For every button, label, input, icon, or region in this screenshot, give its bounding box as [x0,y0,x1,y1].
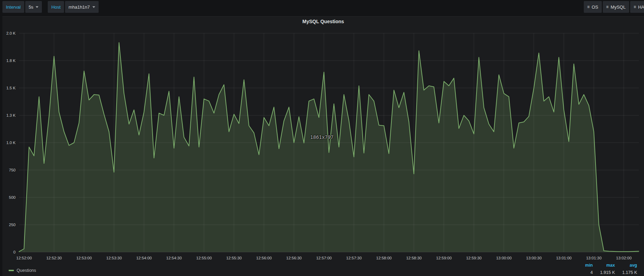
x-axis-tick-label: 13:01:30 [586,256,602,260]
host-dropdown[interactable]: mha1h1n7 [65,1,98,13]
interval-value: 5s [29,5,34,10]
legend-stats: min max avg 4 1.915 K 1.175 K [575,262,637,276]
y-axis-tick-label: 1.5 K [6,86,16,90]
nav-mysql-button[interactable]: ≡ MySQL [603,1,629,13]
stat-value-min: 4 [575,269,593,276]
chevron-down-icon [36,6,38,8]
x-axis-tick-label: 12:57:00 [316,256,332,260]
x-axis-tick-label: 12:58:30 [406,256,422,260]
watermark: 644x276 [310,134,333,140]
stat-header-avg: avg [615,262,637,269]
x-axis-tick-label: 12:54:00 [136,256,152,260]
x-axis-tick-label: 12:54:30 [166,256,182,260]
x-axis-tick-label: 12:52:30 [46,256,62,260]
chart-panel: MySQL Questions 2.0 K1.8 K1.5 K1.3 K1.0 … [2,16,644,276]
x-axis-tick-label: 12:52:00 [16,256,32,260]
menu-icon: ≡ [606,5,608,9]
x-axis-tick-label: 12:56:00 [256,256,272,260]
x-axis-tick-label: 12:53:00 [76,256,92,260]
x-axis-tick-label: 12:55:00 [196,256,212,260]
interval-label: Interval [2,1,24,13]
y-axis-tick-label: 1.3 K [6,113,16,117]
nav-ha-label: HA [638,5,644,10]
interval-dropdown[interactable]: 5s [25,1,42,13]
x-axis-tick-label: 12:57:30 [346,256,362,260]
host-label: Host [48,1,64,13]
legend-stats-value-row: 4 1.915 K 1.175 K [575,269,637,276]
x-axis-tick-label: 12:56:30 [286,256,302,260]
x-axis-tick-label: 13:02:00 [616,256,632,260]
x-axis-tick-label: 12:58:00 [376,256,392,260]
legend-item-questions[interactable]: Questions [9,268,36,273]
y-axis-tick-label: 250 [9,223,16,227]
y-axis-tick-label: 500 [9,195,16,199]
stat-value-max: 1.915 K [593,269,615,276]
x-axis-tick-label: 13:01:00 [556,256,572,260]
topbar: Interval 5s Host mha1h1n7 ≡ OS ≡ MySQL ≡… [0,0,644,14]
y-axis-tick-label: 1.8 K [6,59,16,63]
stat-header-min: min [575,262,593,269]
host-value: mha1h1n7 [69,5,90,10]
legend-series-label: Questions [17,268,36,273]
x-axis-tick-label: 12:59:30 [466,256,482,260]
stat-value-avg: 1.175 K [615,269,637,276]
nav-ha-button[interactable]: ≡ HA [630,1,644,13]
chevron-down-icon [92,6,95,8]
x-axis-tick-label: 13:00:00 [496,256,512,260]
menu-icon: ≡ [587,5,589,9]
y-axis-tick-label: 2.0 K [6,31,16,35]
series-color-dash [9,270,14,271]
x-axis-tick-label: 12:59:00 [436,256,452,260]
y-axis-tick-label: 0 [13,250,16,254]
menu-icon: ≡ [634,5,636,9]
stat-header-max: max [593,262,615,269]
y-axis-tick-label: 750 [9,168,16,172]
nav-mysql-label: MySQL [611,5,626,10]
nav-os-button[interactable]: ≡ OS [584,1,602,13]
host-label-text: Host [51,5,61,10]
x-axis-tick-label: 13:00:30 [526,256,542,260]
questions-chart[interactable]: 2.0 K1.8 K1.5 K1.3 K1.0 K750500250012:52… [2,17,644,276]
x-axis-tick-label: 12:55:30 [226,256,242,260]
nav-os-label: OS [592,5,598,10]
x-axis-tick-label: 12:53:30 [106,256,122,260]
legend-stats-header-row: min max avg [575,262,637,269]
y-axis-tick-label: 1.0 K [6,141,16,145]
interval-label-text: Interval [6,5,21,10]
